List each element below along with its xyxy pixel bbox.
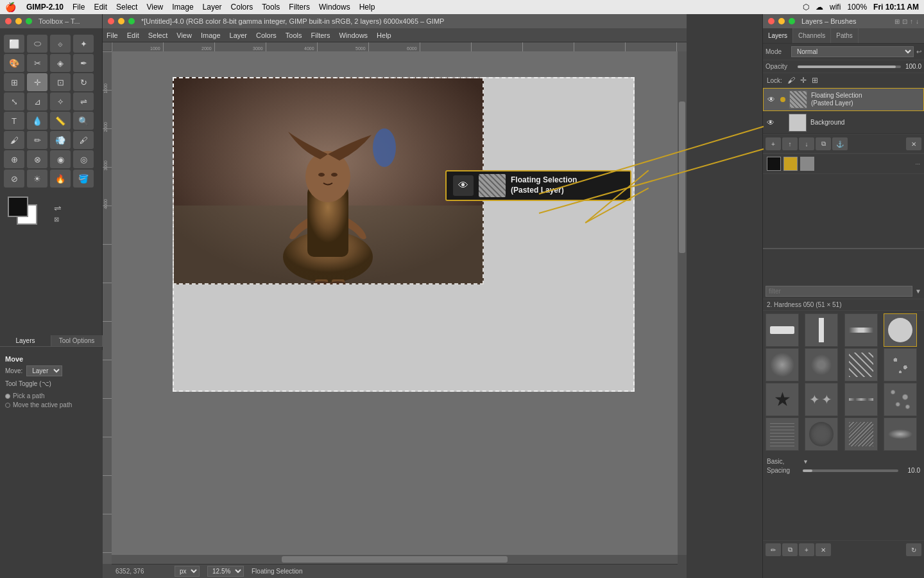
brush-refresh-button[interactable]: ↻ [906, 543, 921, 556]
tool-color-picker[interactable]: 💧 [27, 112, 47, 130]
tool-clone[interactable]: ⊗ [27, 150, 47, 168]
close-button[interactable] [5, 18, 12, 24]
brush-item-4[interactable] [884, 313, 917, 347]
canvas-area[interactable]: 👁 Floating Selection (Pasted Layer) [112, 51, 678, 555]
brush-item-3[interactable] [844, 313, 878, 347]
pick-path-radio[interactable] [5, 394, 10, 399]
menu-file[interactable]: File [73, 3, 85, 12]
lock-paint-icon[interactable]: 🖌 [787, 76, 795, 85]
menu-windows[interactable]: Windows [319, 3, 350, 12]
scrollbar-thumb-h[interactable] [282, 556, 508, 563]
delete-layer-button[interactable]: ✕ [906, 137, 921, 150]
tool-paths[interactable]: ✒ [73, 54, 94, 72]
move-active-radio[interactable] [5, 403, 10, 408]
scrollbar-thumb-v[interactable] [679, 101, 685, 252]
anchor-layer-button[interactable]: ⚓ [832, 137, 848, 150]
apple-menu[interactable]: 🍎 [5, 2, 16, 12]
rp-icon-3[interactable]: ↑ [910, 18, 913, 25]
menu-help[interactable]: Help [359, 3, 375, 12]
vertical-scrollbar[interactable] [678, 51, 687, 555]
menu-select[interactable]: Select [116, 3, 137, 12]
brush-item-9[interactable]: ★ [766, 383, 799, 416]
tab-tool-options[interactable]: Tool Options [51, 335, 103, 346]
tool-flip[interactable]: ⇌ [73, 92, 94, 110]
main-menu-select[interactable]: Select [148, 31, 168, 39]
tool-airbrush[interactable]: 💨 [50, 131, 71, 149]
tool-move[interactable]: ✛ [27, 73, 47, 91]
brush-new-button[interactable]: + [799, 543, 814, 556]
brush-item-15[interactable] [844, 417, 878, 451]
maximize-button[interactable] [26, 18, 32, 24]
layer-eye-background[interactable]: 👁 [767, 118, 774, 127]
rp-icon-2[interactable]: ⊡ [902, 18, 907, 25]
tool-foreground[interactable]: ◈ [50, 54, 71, 72]
tool-blur[interactable]: ◉ [50, 150, 71, 168]
lock-move-icon[interactable]: ✛ [800, 76, 807, 85]
mode-undo-icon[interactable]: ↩ [916, 48, 921, 55]
brush-duplicate-button[interactable]: ⧉ [782, 543, 798, 556]
tool-pencil[interactable]: ✏ [27, 131, 47, 149]
main-menu-tools[interactable]: Tools [286, 31, 302, 39]
menu-view[interactable]: View [146, 3, 163, 12]
tool-perspective[interactable]: ⟡ [50, 92, 71, 110]
tool-paintbrush[interactable]: 🖌 [4, 131, 24, 149]
tab-layers[interactable]: Layers [0, 335, 51, 346]
wifi-icon[interactable]: wifi [830, 3, 841, 12]
mode-select[interactable]: Normal Dissolve Multiply Screen Overlay [791, 46, 914, 57]
tool-rotate[interactable]: ↻ [73, 73, 94, 91]
main-menu-filters[interactable]: Filters [311, 31, 330, 39]
tool-by-color[interactable]: 🎨 [4, 54, 24, 72]
rp-icon-1[interactable]: ⊞ [894, 18, 900, 25]
tool-dodge[interactable]: ☀ [27, 170, 47, 188]
menu-colors[interactable]: Colors [231, 3, 253, 12]
lock-alpha-icon[interactable]: ⊞ [812, 76, 818, 85]
main-menu-layer[interactable]: Layer [230, 31, 248, 39]
layer-item-floating[interactable]: 👁 Floating Selection (Pasted Layer) [763, 88, 924, 111]
reset-colors-icon[interactable]: ⊠ [54, 216, 62, 223]
menu-tools[interactable]: Tools [262, 3, 280, 12]
menu-layer[interactable]: Layer [203, 3, 222, 12]
zoom-select[interactable]: 12.5% [207, 566, 244, 577]
brush-delete-button[interactable]: ✕ [816, 543, 831, 556]
tab-paths-panel[interactable]: Paths [831, 28, 859, 43]
tool-bucket[interactable]: 🪣 [73, 170, 94, 188]
spacing-slider[interactable] [803, 469, 898, 472]
layer-eye-icon[interactable]: 👁 [453, 175, 474, 196]
main-menu-colors[interactable]: Colors [256, 31, 277, 39]
tab-channels-panel[interactable]: Channels [793, 28, 831, 43]
layer-item-background[interactable]: 👁 Background [763, 111, 924, 134]
brush-item-12[interactable] [884, 383, 917, 416]
menu-edit[interactable]: Edit [94, 3, 107, 12]
tool-measure[interactable]: 📏 [50, 112, 71, 130]
tool-scale[interactable]: ⤡ [4, 92, 24, 110]
rp-minimize-button[interactable] [778, 18, 785, 24]
main-menu-image[interactable]: Image [201, 31, 221, 39]
tool-free-select[interactable]: ⟐ [50, 35, 71, 53]
main-maximize-button[interactable] [128, 18, 135, 24]
layer-eye-floating[interactable]: 👁 [767, 95, 775, 104]
new-layer-button[interactable]: + [766, 137, 781, 150]
tool-text[interactable]: T [4, 112, 24, 130]
tool-crop[interactable]: ⊡ [50, 73, 71, 91]
icloud-icon[interactable]: ☁ [816, 3, 823, 12]
brush-item-1[interactable] [766, 313, 799, 347]
foreground-color-swatch[interactable] [8, 197, 28, 217]
swatch-black[interactable] [767, 157, 781, 171]
tool-rect-select[interactable]: ⬜ [4, 35, 24, 53]
brush-item-11[interactable] [844, 383, 878, 416]
brush-item-16[interactable] [884, 417, 917, 451]
main-menu-view[interactable]: View [176, 31, 192, 39]
tool-shear[interactable]: ⊿ [27, 92, 47, 110]
brush-item-2[interactable] [805, 313, 838, 347]
tab-layers-panel[interactable]: Layers [763, 28, 793, 43]
opacity-slider[interactable] [798, 66, 901, 68]
tool-burn[interactable]: 🔥 [50, 170, 71, 188]
brush-edit-button[interactable]: ✏ [766, 543, 781, 556]
swatch-gold[interactable] [783, 157, 798, 171]
brush-item-8[interactable] [884, 348, 917, 381]
tool-heal[interactable]: ⊕ [4, 150, 24, 168]
brush-item-13[interactable] [766, 417, 799, 451]
main-close-button[interactable] [108, 18, 114, 24]
tool-align[interactable]: ⊞ [4, 73, 24, 91]
tool-fuzzy-select[interactable]: ✦ [73, 35, 94, 53]
